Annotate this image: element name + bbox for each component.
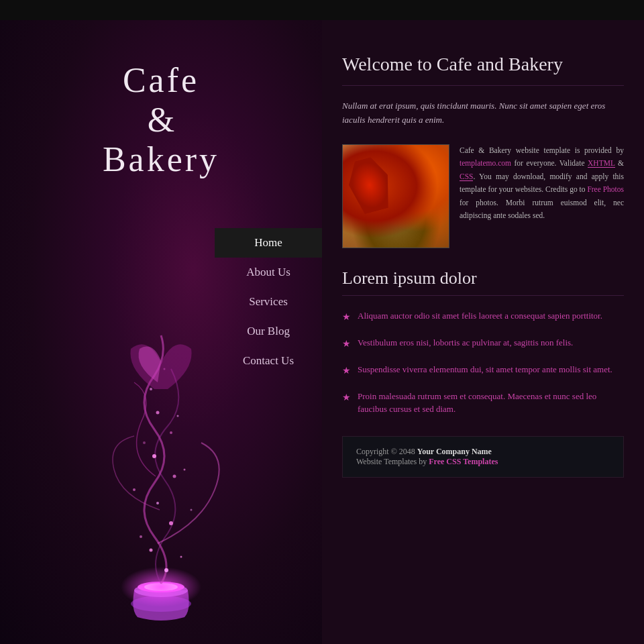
list-item: ★ Aliquam auctor odio sit amet felis lao… bbox=[342, 309, 624, 324]
bullet-text-4: Proin malesuada rutrum sem et consequat.… bbox=[358, 390, 624, 416]
sidebar: Cafe & Bakery Home About Us Services Our… bbox=[0, 20, 322, 644]
svg-point-15 bbox=[180, 556, 182, 558]
star-icon: ★ bbox=[342, 337, 351, 351]
food-img-inner bbox=[343, 145, 449, 248]
svg-point-11 bbox=[170, 431, 172, 434]
svg-point-19 bbox=[184, 469, 186, 471]
main-content: Welcome to Cafe and Bakery Nullam at era… bbox=[322, 20, 644, 644]
body-text-2: for everyone. Validate bbox=[511, 159, 588, 167]
svg-point-13 bbox=[150, 388, 152, 390]
nav-services[interactable]: Services bbox=[215, 287, 322, 317]
footer-line2: Website Templates by Free CSS Templates bbox=[356, 457, 610, 467]
svg-point-4 bbox=[121, 567, 201, 607]
svg-point-12 bbox=[156, 411, 160, 415]
css-link[interactable]: CSS bbox=[460, 172, 473, 181]
nav-contact[interactable]: Contact Us bbox=[215, 346, 322, 376]
star-icon: ★ bbox=[342, 364, 351, 378]
svg-point-9 bbox=[173, 475, 176, 478]
body-text-3: & bbox=[615, 159, 625, 167]
templatemo-link[interactable]: templatemo.com bbox=[460, 159, 511, 167]
body-text-5: for photos. Morbi rutrum euismod elit, n… bbox=[460, 199, 624, 220]
by-text: by bbox=[417, 457, 429, 466]
bullet-text-2: Vestibulum eros nisi, lobortis ac pulvin… bbox=[358, 336, 573, 350]
body-text-1: Cafe & Bakery website template is provid… bbox=[460, 146, 624, 154]
svg-point-18 bbox=[133, 488, 136, 491]
css-templates-link[interactable]: Free CSS Templates bbox=[429, 457, 498, 466]
food-image bbox=[342, 144, 449, 248]
copyright-text: Copyright © 2048 bbox=[356, 447, 417, 456]
page-heading: Welcome to Cafe and Bakery bbox=[342, 54, 624, 86]
svg-point-6 bbox=[150, 549, 153, 552]
free-photos-link[interactable]: Free Photos bbox=[587, 185, 624, 193]
bullet-text-1: Aliquam auctor odio sit amet felis laore… bbox=[358, 309, 602, 323]
title-bakery: Bakery bbox=[103, 140, 219, 179]
main-nav: Home About Us Services Our Blog Contact … bbox=[215, 228, 322, 376]
top-bar bbox=[0, 0, 644, 20]
list-item: ★ Vestibulum eros nisi, lobortis ac pulv… bbox=[342, 336, 624, 351]
xhtml-link[interactable]: XHTML bbox=[588, 159, 614, 168]
intro-text: Nullam at erat ipsum, quis tincidunt mau… bbox=[342, 99, 624, 127]
title-cafe: Cafe bbox=[103, 60, 219, 100]
site-title: Cafe & Bakery bbox=[103, 60, 219, 179]
svg-point-8 bbox=[156, 502, 159, 504]
footer-bar: Copyright © 2048 Your Company Name Websi… bbox=[342, 436, 624, 478]
title-ampersand: & bbox=[103, 100, 219, 140]
list-item: ★ Suspendisse viverra elementum dui, sit… bbox=[342, 363, 624, 378]
nav-blog[interactable]: Our Blog bbox=[215, 317, 322, 346]
star-icon: ★ bbox=[342, 390, 351, 405]
svg-point-20 bbox=[143, 441, 146, 444]
content-block: Cafe & Bakery website template is provid… bbox=[342, 144, 624, 248]
section2-title: Lorem ipsum dolor bbox=[342, 268, 624, 296]
svg-point-7 bbox=[169, 521, 173, 525]
svg-point-16 bbox=[140, 535, 142, 538]
list-item: ★ Proin malesuada rutrum sem et consequa… bbox=[342, 390, 624, 416]
svg-point-10 bbox=[152, 454, 156, 458]
company-name: Your Company Name bbox=[417, 447, 492, 456]
bullet-text-3: Suspendisse viverra elementum dui, sit a… bbox=[358, 363, 612, 376]
main-wrapper: Cafe & Bakery Home About Us Services Our… bbox=[0, 20, 644, 644]
svg-point-21 bbox=[177, 415, 179, 417]
svg-point-17 bbox=[191, 509, 193, 511]
star-icon: ★ bbox=[342, 310, 351, 324]
website-templates-text: Website Templates bbox=[356, 457, 417, 466]
nav-home[interactable]: Home bbox=[215, 228, 322, 258]
svg-point-5 bbox=[164, 568, 168, 572]
nav-about[interactable]: About Us bbox=[215, 258, 322, 287]
body-text: Cafe & Bakery website template is provid… bbox=[460, 144, 624, 248]
footer-line1: Copyright © 2048 Your Company Name bbox=[356, 447, 610, 457]
bullet-list: ★ Aliquam auctor odio sit amet felis lao… bbox=[342, 309, 624, 416]
